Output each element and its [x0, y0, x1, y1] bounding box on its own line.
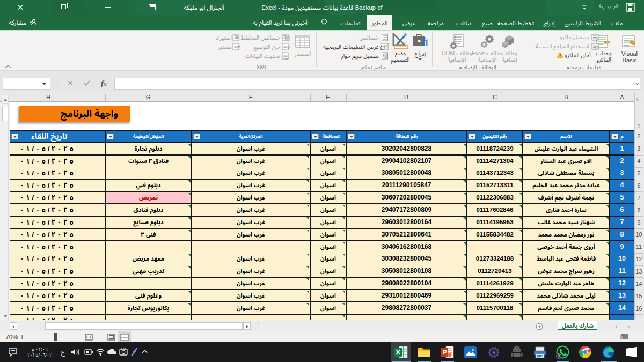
svg-text:S: S — [492, 350, 495, 356]
